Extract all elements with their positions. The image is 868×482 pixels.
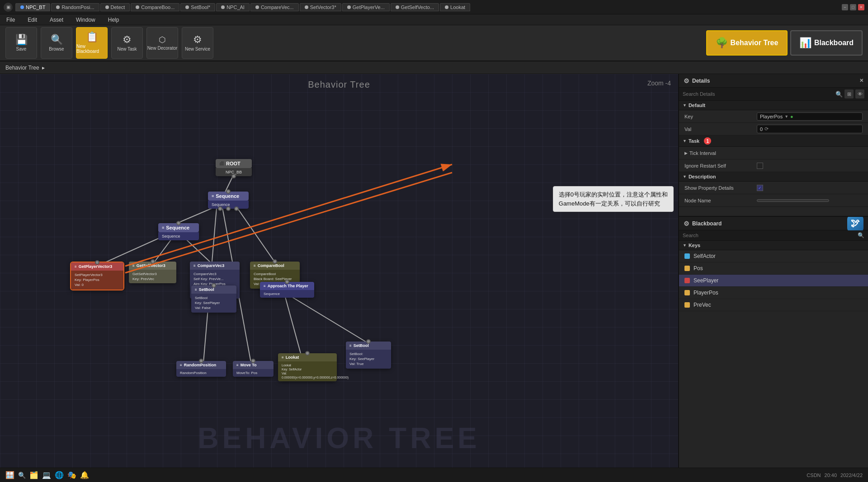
start-button[interactable]: 🪟: [5, 471, 14, 479]
tab-compareboo[interactable]: CompareBoo...: [131, 3, 179, 11]
ignore-restart-value[interactable]: [757, 163, 863, 169]
key-item-pos[interactable]: Pos: [679, 262, 868, 275]
maximize-button[interactable]: □: [850, 4, 856, 10]
taskbar-item-ue[interactable]: 🎭: [67, 471, 76, 479]
node-name-input[interactable]: [757, 199, 829, 202]
set-bool1-body: SetBoolKey: SeePlayerVal: False: [191, 294, 236, 313]
key-item-seeplayer[interactable]: SeePlayer: [679, 275, 868, 287]
show-property-checkbox[interactable]: [757, 185, 763, 191]
eye-view-button[interactable]: 👁: [855, 89, 864, 98]
new-service-button[interactable]: ⚙ New Service: [182, 27, 213, 59]
menu-item-asset[interactable]: Asset: [47, 16, 66, 24]
description-arrow: ▼: [683, 174, 687, 179]
new-blackboard-button[interactable]: 📋 New Blackboard: [76, 27, 108, 59]
taskbar-item-vs[interactable]: 💻: [42, 471, 51, 479]
canvas[interactable]: Behavior Tree Zoom -4 BEHAVIOR TREE: [0, 74, 678, 482]
key-dropdown[interactable]: PlayerPos ▼ ●: [757, 112, 863, 121]
bb-search-icon: 🔍: [858, 232, 864, 239]
key-dot: [684, 253, 690, 259]
val-prop-value: 0 ⟳: [757, 125, 863, 133]
tab-label: GetSelfVecto...: [401, 5, 434, 10]
set-bool2-node[interactable]: ≡ SetBool SetBool:Key: SeePlayerVal: Tru…: [346, 342, 391, 369]
save-button[interactable]: 💾 Save: [5, 27, 37, 59]
compare-bool-label: CompareBool: [258, 263, 284, 268]
key-item-prevec[interactable]: PreVec: [679, 299, 868, 311]
key-prop-label: Key: [684, 114, 757, 119]
new-decorator-button[interactable]: ⬡ New Decorator: [146, 27, 178, 59]
val-input[interactable]: 0 ⟳: [757, 125, 863, 133]
tab-npcbt[interactable]: NPC_BT: [15, 3, 50, 11]
tab-label: CompareVec...: [261, 5, 294, 10]
setbool1-connector-top: [212, 283, 216, 288]
random-pos-body: RandomPosition: [176, 369, 226, 377]
random-pos-node[interactable]: ≡ RandomPosition RandomPosition: [176, 361, 226, 377]
tab-randomposi[interactable]: RandomPosi...: [51, 3, 99, 11]
tab-setbool[interactable]: SetBool*: [180, 3, 215, 11]
taskbar-item-chrome[interactable]: 🌐: [55, 471, 64, 479]
blackboard-mode-button[interactable]: 📊 Blackboard: [790, 30, 863, 56]
key-dropdown-arrow: ▼: [784, 114, 788, 119]
tick-interval-label: ▶ Tick Interval: [684, 150, 757, 156]
menu-item-window[interactable]: Window: [73, 16, 98, 24]
key-item-selfactor[interactable]: SelfActor: [679, 250, 868, 262]
lookat-label: Lookat: [286, 355, 299, 360]
tab-getselfvecto[interactable]: GetSelfVecto...: [391, 3, 439, 11]
set-bool1-node[interactable]: ≡ SetBool SetBoolKey: SeePlayerVal: Fals…: [191, 285, 236, 313]
lookat-node[interactable]: ≡ Lookat LookatKey: SelfActorVal: 0.0000…: [278, 353, 337, 381]
description-section-header[interactable]: ▼ Description: [679, 172, 868, 182]
bb-search-input[interactable]: [683, 233, 858, 238]
taskbar-item-fire[interactable]: 🔔: [80, 471, 89, 479]
seq2-body: Sequence: [158, 232, 199, 240]
browse-button[interactable]: 🔍 Browse: [41, 27, 72, 59]
tab-lookat[interactable]: Lookat: [440, 3, 470, 11]
node-name-label: Node Name: [684, 198, 757, 203]
get-self-label: GetSelfVector3: [137, 263, 165, 268]
window-controls[interactable]: − □ ✕: [842, 4, 864, 10]
key-item-playerpos[interactable]: PlayerPos: [679, 287, 868, 299]
get-self-node[interactable]: ≡ GetSelfVector3 GetSelfVector3Key: Prev…: [129, 262, 176, 283]
tab-npcai[interactable]: NPC_AI: [216, 3, 250, 11]
approach-node[interactable]: ≡ Approach The Player Sequence: [260, 282, 314, 298]
svg-line-9: [289, 295, 366, 342]
get-player-label: GetPlayerVector3: [79, 264, 113, 269]
tab-label: RandomPosi...: [61, 5, 94, 10]
date: 2022/4/22: [840, 473, 863, 478]
taskbar-item-folder[interactable]: 🗂️: [29, 471, 38, 479]
ignore-restart-checkbox[interactable]: [757, 163, 763, 169]
annotation-tooltip: 选择0号玩家的实时位置，注意这个属性和GameMode有一定关系，可以自行研究: [553, 186, 674, 212]
new-task-button[interactable]: ⚙ New Task: [111, 27, 143, 59]
clock: 20:40: [825, 473, 837, 478]
details-collapse[interactable]: ✕: [859, 78, 863, 84]
key-dropdown-green: ●: [790, 114, 793, 119]
val-prop-label: Val: [684, 126, 757, 132]
menu-item-help[interactable]: Help: [105, 16, 122, 24]
search-taskbar[interactable]: 🔍: [18, 472, 26, 479]
sequence2-node[interactable]: ≡ Sequence Sequence: [158, 223, 199, 240]
behavior-tree-mode-button[interactable]: 🌳 Behavior Tree: [706, 30, 788, 56]
node-name-row: Node Name: [679, 194, 868, 207]
tab-detect[interactable]: Detect: [100, 3, 130, 11]
root-node[interactable]: ⬛ ROOT NPC_BB: [216, 159, 252, 176]
move-to-node[interactable]: ≡ Move To MoveTo: Pos: [233, 361, 274, 377]
root-connector-bottom: [231, 174, 236, 178]
tab-setvector3[interactable]: SetVector3*: [300, 3, 341, 11]
minimize-button[interactable]: −: [842, 4, 848, 10]
menu-item-edit[interactable]: Edit: [25, 16, 40, 24]
show-property-value[interactable]: [757, 185, 863, 191]
get-player-node[interactable]: ≡ GetPlayerVector3 SetPlayerVector3Key: …: [70, 262, 124, 290]
keys-section-header[interactable]: ▼ Keys: [679, 241, 868, 250]
get-self-body: GetSelfVector3Key: PrevVec: [129, 270, 176, 283]
tab-comparevec[interactable]: CompareVec...: [250, 3, 299, 11]
tab-label: CompareBoo...: [141, 5, 175, 10]
description-label: Description: [689, 174, 716, 179]
details-search-input[interactable]: [683, 91, 834, 97]
tab-getplayerve[interactable]: GetPlayerVe...: [342, 3, 390, 11]
task-section-header[interactable]: ▼ Task 1: [679, 136, 868, 147]
sequence1-node[interactable]: ≡ Sequence Sequence: [208, 192, 249, 209]
close-button[interactable]: ✕: [858, 4, 864, 10]
grid-view-button[interactable]: ⊞: [844, 89, 854, 98]
menu-item-file[interactable]: File: [4, 16, 18, 24]
approach-connector-top: [285, 280, 289, 284]
default-section-header[interactable]: ▼ Default: [679, 101, 868, 110]
new-decorator-label: New Decorator: [147, 46, 178, 51]
